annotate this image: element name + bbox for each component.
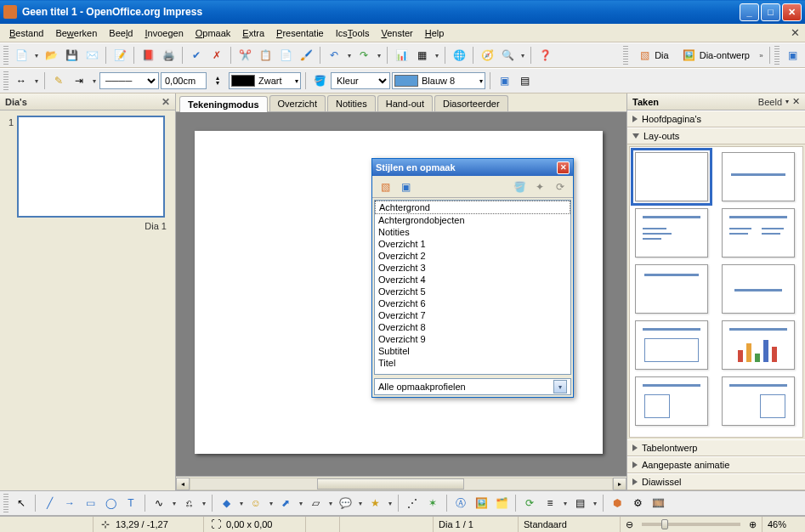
shadow-button[interactable]: ▣ (495, 71, 513, 90)
undo-dropdown[interactable]: ▾ (345, 52, 353, 59)
auto-spellcheck-button[interactable]: ✗ (207, 46, 226, 65)
tab-handout[interactable]: Hand-out (377, 95, 433, 111)
toolbar-handle[interactable] (3, 46, 9, 65)
curve-tool[interactable]: ∿ (150, 494, 168, 512)
style-item[interactable]: Overzicht 2 (375, 250, 570, 262)
slide-thumb-row[interactable]: 1 (5, 116, 170, 218)
window-minimize-button[interactable]: _ (740, 3, 759, 21)
interaction-tool[interactable]: ⚙ (628, 494, 647, 512)
new-style-button[interactable]: ✦ (530, 178, 549, 196)
status-template-cell[interactable]: Standaard (519, 517, 621, 532)
cut-button[interactable]: ✂️ (235, 46, 254, 65)
arrow-tool[interactable]: → (60, 494, 79, 512)
layout-extra-2[interactable] (722, 376, 795, 426)
styles-window-close-button[interactable]: ✕ (557, 161, 570, 174)
menu-opmaak[interactable]: Opmaak (190, 26, 237, 40)
fill-format-mode-button[interactable]: 🪣 (510, 178, 529, 196)
task-section-layouts[interactable]: Lay-outs (627, 127, 805, 144)
menu-venster[interactable]: Venster (375, 26, 418, 40)
ellipse-tool[interactable]: ◯ (101, 494, 120, 512)
chart-button[interactable]: 📊 (392, 46, 411, 65)
spellcheck-button[interactable]: ✔ (187, 46, 206, 65)
scroll-right-button[interactable]: ▸ (613, 478, 626, 490)
status-insert-mode[interactable] (306, 517, 340, 532)
dia-button[interactable]: ▧Dia (632, 46, 675, 65)
curve-dropdown[interactable]: ▾ (170, 500, 178, 507)
edit-file-button[interactable]: 📝 (111, 46, 129, 65)
hyperlink-button[interactable]: 🌐 (450, 46, 468, 65)
task-section-animation[interactable]: Aangepaste animatie (627, 456, 805, 473)
line-width-spinner[interactable]: ▴▾ (208, 71, 227, 90)
zoom-dropdown[interactable]: ▾ (519, 52, 526, 59)
zoom-button[interactable]: 🔍 (498, 46, 517, 65)
slides-panel-close-button[interactable]: ✕ (162, 96, 170, 108)
tab-notities[interactable]: Notities (327, 95, 376, 111)
fill-type-combo[interactable]: Kleur (331, 72, 390, 89)
tab-tekeningmodus[interactable]: Tekeningmodus (179, 96, 268, 112)
points-tool[interactable]: ⋰ (403, 494, 422, 512)
line-ends-dropdown[interactable]: ▾ (90, 77, 98, 85)
menu-presentatie[interactable]: Presentatie (270, 26, 330, 40)
layout-centered[interactable] (722, 264, 795, 314)
align-dropdown[interactable]: ▾ (561, 500, 569, 507)
document-close-button[interactable]: ✕ (791, 26, 800, 39)
horizontal-scrollbar[interactable]: ◂ ▸ (176, 476, 626, 490)
callouts-dropdown[interactable]: ▾ (356, 500, 364, 507)
style-item[interactable]: Subtitel (375, 345, 570, 357)
style-item[interactable]: Overzicht 8 (375, 321, 570, 333)
redo-dropdown[interactable]: ▾ (375, 52, 383, 59)
block-arrows-dropdown[interactable]: ▾ (297, 500, 304, 507)
flowchart-dropdown[interactable]: ▾ (326, 500, 334, 507)
connector-tool[interactable]: ⎌ (179, 494, 198, 512)
style-item[interactable]: Notities (375, 226, 570, 238)
slide-canvas-area[interactable]: Stijlen en opmaak ✕ ▧ ▣ 🪣 ✦ ⟳ Achtergron… (176, 112, 626, 476)
presentation-toolbar-overflow[interactable]: » (757, 52, 765, 59)
layout-title[interactable] (722, 152, 795, 201)
arrow-style-dropdown[interactable]: ▾ (32, 77, 40, 85)
fill-color-combo[interactable]: Blauw 8 ▾ (392, 72, 485, 89)
rectangle-tool[interactable]: ▭ (81, 494, 99, 512)
layout-title-only[interactable] (635, 264, 708, 314)
task-section-transition[interactable]: Diawissel (627, 473, 805, 490)
table-dropdown[interactable]: ▾ (433, 52, 440, 59)
align-tool[interactable]: ≡ (541, 494, 559, 512)
export-pdf-button[interactable]: 📕 (139, 46, 157, 65)
callouts-tool[interactable]: 💬 (336, 494, 354, 512)
task-panel-close-button[interactable]: ✕ (792, 96, 800, 107)
new-document-button[interactable]: 📄 (12, 46, 31, 65)
task-view-dropdown[interactable]: ▾ (785, 98, 789, 105)
basic-shapes-tool[interactable]: ◆ (217, 494, 235, 512)
style-item[interactable]: Overzicht 5 (375, 286, 570, 297)
style-item[interactable]: Achtergrond (375, 201, 570, 214)
block-arrows-tool[interactable]: ⬈ (276, 494, 295, 512)
toolbar-handle-2[interactable] (623, 46, 628, 65)
task-section-master[interactable]: Hoofdpagina's (627, 110, 805, 127)
scroll-left-button[interactable]: ◂ (176, 478, 190, 490)
from-file-tool[interactable]: 🖼️ (472, 494, 490, 512)
menu-extra[interactable]: Extra (236, 26, 270, 40)
arrow-style-button[interactable]: ↔ (12, 71, 31, 90)
line-style-combo[interactable]: ──── (99, 72, 159, 89)
layout-content[interactable] (635, 208, 708, 258)
graphics-styles-button[interactable]: ▧ (376, 178, 394, 196)
arrange-tool[interactable]: ▤ (570, 494, 589, 512)
zoom-in-icon[interactable]: ⊕ (749, 519, 757, 530)
tab-diasorteerder[interactable]: Diasorteerder (434, 95, 508, 111)
status-slide-cell[interactable]: Dia 1 / 1 (434, 517, 519, 532)
stars-dropdown[interactable]: ▾ (386, 500, 394, 507)
fill-bucket-button[interactable]: 🪣 (310, 71, 329, 90)
save-button[interactable]: 💾 (62, 46, 81, 65)
style-item[interactable]: Overzicht 9 (375, 333, 570, 345)
undo-button[interactable]: ↶ (325, 46, 343, 65)
styles-list[interactable]: Achtergrond Achtergrondobjecten Notities… (374, 200, 571, 375)
window-maximize-button[interactable]: □ (761, 3, 780, 21)
symbol-shapes-tool[interactable]: ☺ (247, 494, 265, 512)
slideshow-button[interactable]: ▣ (783, 46, 802, 65)
toolbar-handle-4[interactable] (3, 71, 9, 90)
layout-chart[interactable] (722, 320, 795, 370)
style-item[interactable]: Overzicht 6 (375, 297, 570, 309)
rotate-tool[interactable]: ⟳ (520, 494, 539, 512)
menu-bestand[interactable]: Bestand (3, 26, 49, 40)
layout-extra-1[interactable] (635, 376, 708, 426)
table-button[interactable]: ▦ (412, 46, 431, 65)
